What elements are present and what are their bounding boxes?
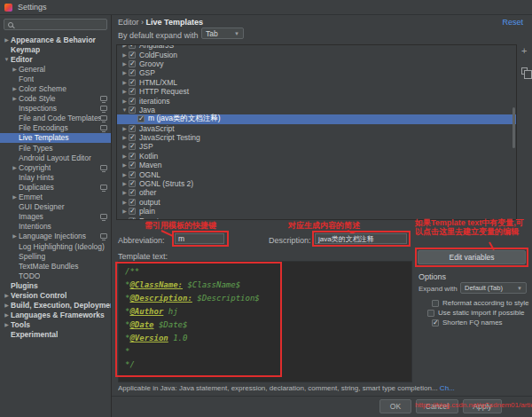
sidebar-item-inlay-hints[interactable]: Inlay Hints — [0, 172, 111, 182]
checkbox-checked[interactable] — [432, 319, 439, 327]
template-text-label: Template text: — [118, 252, 168, 261]
sidebar-item-font[interactable]: Font — [0, 74, 111, 83]
sidebar-item-code-style[interactable]: ▶Code Style — [0, 94, 111, 104]
ok-button[interactable]: OK — [379, 399, 411, 413]
settings-search-input[interactable] — [4, 19, 107, 30]
sidebar-item-duplicates[interactable]: Duplicates — [0, 182, 111, 192]
chevron-right-icon: ▶ — [121, 172, 129, 177]
sidebar-item-textmate-bundles[interactable]: TextMate Bundles — [0, 261, 111, 271]
template-group-ognl[interactable]: ▶OGNL — [117, 169, 516, 178]
checkbox-checked[interactable] — [129, 180, 136, 187]
sidebar-item-languages-frameworks[interactable]: ▶Languages & Frameworks — [0, 311, 111, 320]
annotation-box-edit-variables — [415, 248, 528, 267]
checkbox-checked[interactable] — [129, 161, 136, 169]
checkbox-checked[interactable] — [129, 125, 136, 132]
checkbox-checked[interactable] — [129, 79, 136, 86]
sidebar-item-todo[interactable]: TODO — [0, 271, 111, 280]
default-expand-dropdown[interactable]: Tab ▼ — [201, 28, 244, 39]
template-group-other[interactable]: ▶other — [117, 188, 516, 197]
sidebar-item-general[interactable]: ▶General — [0, 64, 111, 74]
sidebar-item-gui-designer[interactable]: GUI Designer — [0, 202, 111, 212]
checkbox-unchecked[interactable] — [432, 300, 439, 307]
chevron-right-icon: ▶ — [121, 218, 129, 220]
option-reformat[interactable]: Reformat according to style — [432, 299, 528, 307]
template-group-output[interactable]: ▶output — [117, 198, 516, 207]
template-group-javascript[interactable]: ▶JavaScript — [117, 124, 516, 133]
template-group-kotlin[interactable]: ▶Kotlin — [117, 152, 516, 161]
sidebar-item-editor[interactable]: ▼Editor — [0, 54, 111, 64]
sidebar-item-experimental[interactable]: Experimental — [0, 330, 111, 340]
sidebar-item-file-types[interactable]: File Types — [0, 143, 111, 153]
settings-sidebar: ▶Appearance & Behavior Keymap ▼Editor ▶G… — [0, 15, 112, 417]
breadcrumb-parent[interactable]: Editor — [118, 18, 139, 27]
expand-with-dropdown[interactable]: Default (Tab) ▼ — [460, 282, 527, 294]
chevron-right-icon: ▶ — [11, 96, 19, 101]
template-group-coldfusion[interactable]: ▶ColdFusion — [117, 50, 516, 59]
reset-link[interactable]: Reset — [502, 18, 523, 27]
scrollbar[interactable] — [512, 107, 515, 148]
sidebar-item-version-control[interactable]: ▶Version Control — [0, 290, 111, 300]
sidebar-item-color-scheme[interactable]: ▶Color Scheme — [0, 83, 111, 93]
checkbox-checked[interactable] — [129, 51, 136, 59]
template-group-iterations[interactable]: ▶iterations — [117, 96, 516, 105]
sidebar-item-file-and-code-templates[interactable]: File and Code Templates — [0, 114, 111, 123]
option-static-import[interactable]: Use static import if possible — [427, 309, 524, 317]
sidebar-item-spelling[interactable]: Spelling — [0, 251, 111, 261]
template-group-plain[interactable]: ▶plain — [117, 207, 516, 216]
annotation-box-template-text — [115, 262, 282, 377]
search-icon — [8, 22, 13, 28]
sidebar-item-build-execution-deployment[interactable]: ▶Build, Execution, Deployment — [0, 301, 111, 311]
sidebar-item-keymap[interactable]: Keymap — [0, 44, 111, 54]
checkbox-checked[interactable] — [129, 106, 136, 114]
sidebar-item-intentions[interactable]: Intentions — [0, 222, 111, 232]
sidebar-item-live-templates[interactable]: Live Templates — [0, 133, 111, 143]
template-item-m[interactable]: m (java类的文档注释) — [117, 114, 516, 123]
template-group-html-xml[interactable]: ▶HTML/XML — [117, 78, 516, 87]
checkbox-checked[interactable] — [129, 208, 136, 215]
template-group-http-request[interactable]: ▶HTTP Request — [117, 87, 516, 96]
sidebar-item-language-injections[interactable]: ▶Language Injections — [0, 232, 111, 241]
template-group-gsp[interactable]: ▶GSP — [117, 68, 516, 77]
expand-with-label: Expand with — [419, 285, 458, 293]
checkbox-checked[interactable] — [129, 189, 136, 196]
checkbox-checked[interactable] — [129, 44, 136, 49]
annotation-variables: 如果Template text中有变量,可以点击这里去建立变量的编辑 — [415, 218, 528, 236]
sidebar-item-emmet[interactable]: ▶Emmet — [0, 193, 111, 202]
checkbox-checked[interactable] — [129, 143, 136, 150]
sidebar-item-inspections[interactable]: Inspections — [0, 104, 111, 114]
template-group-ognl-struts2[interactable]: ▶OGNL (Struts 2) — [117, 179, 516, 188]
checkbox-checked[interactable] — [129, 153, 136, 160]
chevron-right-icon: ▶ — [121, 135, 129, 140]
sidebar-item-appearance-behavior[interactable]: ▶Appearance & Behavior — [0, 35, 111, 44]
chevron-right-icon: ▶ — [3, 322, 11, 327]
sidebar-item-android-layout-editor[interactable]: Android Layout Editor — [0, 153, 111, 162]
checkbox-checked[interactable] — [129, 69, 136, 76]
chevron-down-icon: ▼ — [3, 57, 11, 62]
template-group-maven[interactable]: ▶Maven — [117, 161, 516, 169]
sidebar-item-images[interactable]: Images — [0, 212, 111, 222]
checkbox-checked[interactable] — [129, 171, 136, 178]
checkbox-checked[interactable] — [129, 217, 136, 220]
template-group-groovy[interactable]: ▶Groovy — [117, 59, 516, 68]
checkbox-checked[interactable] — [129, 98, 136, 105]
sidebar-item-file-encodings[interactable]: File Encodings — [0, 123, 111, 133]
sidebar-item-plugins[interactable]: Plugins — [0, 280, 111, 290]
checkbox-checked[interactable] — [129, 134, 136, 141]
sidebar-item-tools[interactable]: ▶Tools — [0, 320, 111, 330]
annotation-box-abbreviation — [172, 231, 229, 247]
checkbox-checked[interactable] — [129, 199, 136, 206]
add-icon[interactable]: + — [521, 46, 527, 56]
checkbox-unchecked[interactable] — [427, 310, 434, 317]
checkbox-checked[interactable] — [129, 60, 136, 67]
checkbox-checked[interactable] — [129, 88, 136, 95]
checkbox-checked[interactable] — [137, 115, 145, 122]
change-link[interactable]: Ch... — [440, 384, 455, 392]
chevron-right-icon: ▶ — [3, 37, 11, 43]
template-group-javascript-testing[interactable]: ▶JavaScript Testing — [117, 133, 516, 142]
duplicate-icon[interactable] — [521, 67, 528, 75]
sidebar-item-copyright[interactable]: ▶Copyright — [0, 162, 111, 172]
breadcrumb: Editor › Live Templates — [118, 18, 203, 27]
option-shorten-fq[interactable]: Shorten FQ names — [432, 319, 503, 327]
sidebar-item-log-highlighting[interactable]: Log Highlighting (Ideolog) — [0, 241, 111, 251]
template-group-jsp[interactable]: ▶JSP — [117, 142, 516, 151]
